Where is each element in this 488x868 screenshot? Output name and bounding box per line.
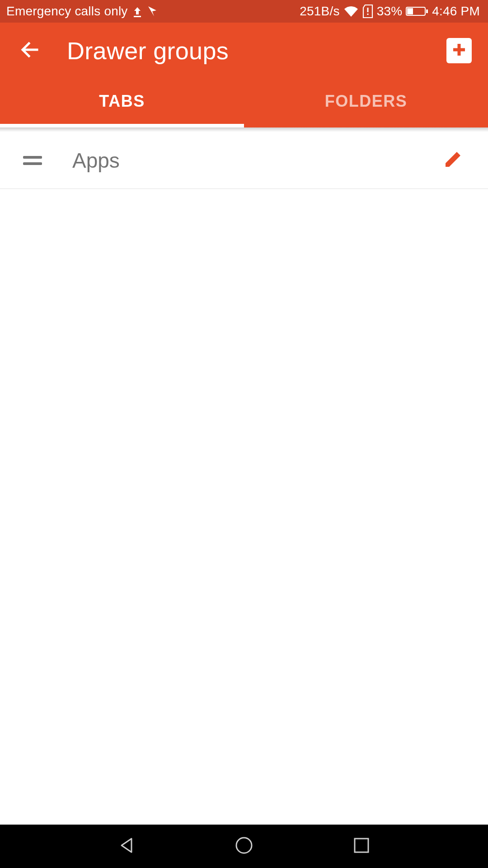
svg-rect-4 [426,9,428,13]
svg-rect-0 [367,8,368,12]
svg-rect-3 [407,8,413,14]
clock: 4:46 PM [432,4,480,19]
svg-rect-6 [355,839,368,852]
sim-alert-icon [362,5,373,18]
carrier-text: Emergency calls only [6,4,128,19]
battery-pct: 33% [377,4,403,19]
location-icon [147,5,158,18]
app-bar: Drawer groups TABS FOLDERS [0,23,488,127]
svg-rect-1 [367,14,368,15]
pencil-icon [442,149,464,172]
upload-icon [132,5,142,17]
content: Apps [0,132,488,825]
list-item[interactable]: Apps [0,132,488,189]
status-left: Emergency calls only [6,4,158,19]
circle-home-icon [234,835,254,858]
nav-recent-button[interactable] [343,828,380,864]
data-rate: 251B/s [300,4,339,19]
tab-bar: TABS FOLDERS [0,79,488,124]
status-bar: Emergency calls only 251B/s 33% 4:46 PM [0,0,488,23]
drag-handle[interactable] [22,156,43,165]
list-item-label: Apps [72,148,439,173]
tab-tabs[interactable]: TABS [0,79,244,124]
battery-icon [406,6,428,17]
nav-back-button[interactable] [108,828,145,864]
tab-indicator [0,124,488,127]
plus-icon [450,41,468,61]
page-title: Drawer groups [67,37,229,65]
triangle-back-icon [116,835,137,858]
nav-home-button[interactable] [226,828,262,864]
appbar-shadow [0,127,488,132]
square-recent-icon [351,835,372,858]
add-button[interactable] [446,38,472,63]
wifi-icon [343,5,359,17]
navigation-bar [0,825,488,868]
drag-handle-icon [23,156,42,165]
status-right: 251B/s 33% 4:46 PM [300,4,480,19]
edit-button[interactable] [439,147,466,174]
arrow-back-icon [19,39,41,62]
back-button[interactable] [16,37,43,64]
tab-folders[interactable]: FOLDERS [244,79,488,124]
svg-point-5 [236,838,252,853]
